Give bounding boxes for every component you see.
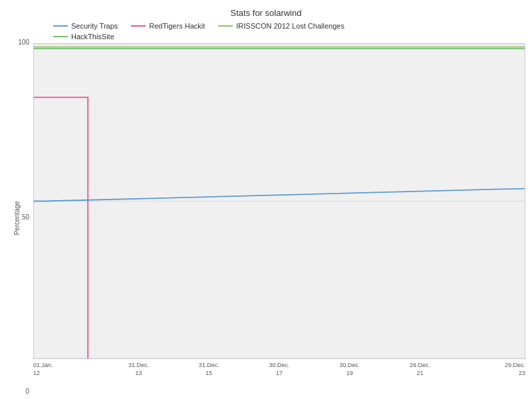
x-tick: 01.Jan.12	[33, 362, 104, 377]
chart-title: Stats for solarwind	[231, 8, 302, 18]
x-tick: 29.Dec.21	[385, 362, 456, 377]
y-ticks-overlay	[0, 0, 27, 399]
x-tick: 30.Dec.17	[244, 362, 315, 377]
legend-line-security-traps	[53, 25, 68, 27]
legend-item-security-traps: Security Traps	[53, 22, 118, 30]
legend-item-redtigers: RedTigers Hackit	[131, 22, 205, 30]
x-tick: 31.Dec.15	[174, 362, 244, 377]
legend-line-irisscon	[218, 25, 233, 27]
x-tick: 30.Dec.19	[315, 362, 385, 377]
x-tick: 29.Dec.23	[455, 362, 525, 377]
legend-label-security-traps: Security Traps	[71, 22, 118, 30]
legend-line-hackthissite	[53, 36, 68, 37]
legend-label-hackthissite: HackThisSite	[71, 33, 114, 41]
legend-item-irisscon: IRISSCON 2012 Lost Challenges	[218, 22, 344, 30]
chart-area: Percentage 100500	[7, 43, 525, 392]
legend-label-irisscon: IRISSCON 2012 Lost Challenges	[236, 22, 344, 30]
legend-label-redtigers: RedTigers Hackit	[149, 22, 205, 30]
plot-area	[33, 43, 525, 359]
chart-container: Stats for solarwind Security Traps RedTi…	[0, 0, 532, 399]
legend-line-redtigers	[131, 25, 146, 27]
plot-and-xaxis: 01.Jan.1231.Dec.1331.Dec.1530.Dec.1730.D…	[33, 43, 525, 392]
legend-item-hackthissite: HackThisSite	[53, 33, 419, 41]
legend: Security Traps RedTigers Hackit IRISSCON…	[40, 22, 419, 41]
x-axis: 01.Jan.1231.Dec.1331.Dec.1530.Dec.1730.D…	[33, 359, 525, 392]
x-tick: 31.Dec.13	[104, 362, 174, 377]
